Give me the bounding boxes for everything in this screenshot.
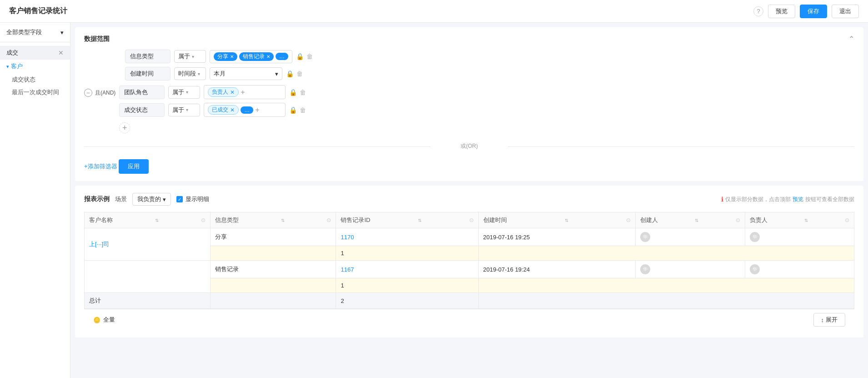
creator-avatar-2: 华 [640,264,650,274]
filter-field-1: 信息类型 [125,50,171,63]
chevron-down-icon: ▾ [186,107,188,112]
filter-field-2: 创建时间 [125,67,171,81]
remove-section-icon[interactable]: ✕ [58,49,64,56]
filter-op-1[interactable]: 属于 ▾ [174,50,206,63]
help-button[interactable]: ? [753,6,763,16]
filter-icon[interactable]: ⊙ [626,217,631,223]
delete-icon[interactable]: 🗑 [296,70,303,77]
section-title: 数据范围 [84,35,110,43]
sidebar-item-customer[interactable]: 客户 [0,60,70,73]
add-value-button[interactable]: + [241,88,245,96]
filter-icon[interactable]: ⊙ [326,217,331,223]
preview-button[interactable]: 预览 [768,5,795,18]
th-created-time: 创建时间 ⇅ ⊙ [478,212,636,228]
td-record-id-2: 1167 [336,261,478,278]
record-id-link-2[interactable]: 1167 [341,266,354,273]
td-record-id: 1170 [336,228,478,246]
expand-button[interactable]: ↕ 展开 [813,313,846,327]
tag-close-icon[interactable]: ✕ [230,54,234,59]
chevron-down-icon: ▾ [192,54,194,59]
or-divider: 或(OR) [84,138,854,155]
exit-button[interactable]: 退出 [832,5,859,18]
sidebar-section: 成交 ✕ 客户 成交状态 最后一次成交时间 [0,42,70,102]
minus-icon[interactable]: − [84,89,92,97]
customer-link[interactable]: 上[···]司 [89,241,109,247]
tag-more[interactable]: … [276,53,288,60]
lock-icon[interactable]: 🔒 [289,89,297,96]
report-header: 报表示例 场景 我负责的 ▾ 显示明细 ℹ 仅显示部分数据，点击顶部 预览 按钮… [84,193,854,206]
sort-icon[interactable]: ⇅ [281,218,285,223]
assignee-avatar: 华 [750,232,760,242]
td-subtotal-2: 1 [336,278,478,293]
sidebar-item-label: 客户 [11,62,23,71]
content-area: 数据范围 ⌃ 信息类型 属于 ▾ [70,23,868,378]
report-title: 报表示例 [84,195,110,203]
sort-icon[interactable]: ⇅ [418,218,421,223]
scene-select[interactable]: 我负责的 ▾ [132,193,171,206]
sidebar-item-last-deal-time[interactable]: 最后一次成交时间 [0,86,70,99]
th-info-type: 信息类型 ⇅ ⊙ [210,212,336,228]
tag-closed: 已成交 ✕ [208,105,239,115]
tag-sales-record: 销售记录 ✕ [239,52,274,61]
chevron-down-icon: ▾ [275,71,278,77]
td-created-time: 2019-07-16 19:25 [478,228,636,246]
tag-close-icon[interactable]: ✕ [266,54,270,59]
main-layout: 全部类型字段 ▾ 成交 ✕ 客户 成交状态 最后一次成交时间 数据范围 ⌃ [0,23,868,378]
filter-field-4: 成交状态 [119,103,165,117]
and-label: − 且(AND) [84,85,115,97]
assignee-avatar-2: 华 [750,264,760,274]
sort-icon[interactable]: ⇅ [155,218,159,223]
filter-op-2[interactable]: 时间段 ▾ [174,67,206,80]
sort-icon[interactable]: ⇅ [695,218,698,223]
add-filter-link[interactable]: +添加筛选器 [84,161,117,172]
tag-more-2[interactable]: … [241,106,253,114]
th-assignee: 负责人 ⇅ ⊙ [745,212,854,228]
scene-value: 我负责的 [137,195,161,203]
sort-icon[interactable]: ⇅ [565,218,568,223]
lock-icon[interactable]: 🔒 [289,106,297,114]
coin-icon: 🪙 [93,317,100,323]
record-id-link[interactable]: 1170 [341,234,354,241]
filter-value-1: 分享 ✕ 销售记录 ✕ … [210,50,292,63]
delete-icon[interactable]: 🗑 [306,53,313,60]
filter-value-3: 负责人 ✕ + [204,85,286,99]
lock-icon[interactable]: 🔒 [286,70,294,77]
tag-close-icon[interactable]: ✕ [230,107,235,113]
filter-op-4[interactable]: 属于 ▾ [168,104,200,116]
lock-icon[interactable]: 🔒 [296,53,304,60]
filter-icon[interactable]: ⊙ [736,217,740,223]
type-select[interactable]: 全部类型字段 ▾ [0,23,70,42]
sidebar-item-deal-status[interactable]: 成交状态 [0,73,70,86]
save-button[interactable]: 保存 [800,5,827,18]
filter-op-3[interactable]: 属于 ▾ [168,86,200,99]
show-detail-checkbox[interactable]: 显示明细 [176,195,209,203]
filter-value-2[interactable]: 本月 ▾ [210,67,282,80]
td-assignee: 华 [745,228,854,246]
tip-preview-link[interactable]: 预览 [793,196,803,203]
filter-icon[interactable]: ⊙ [469,217,474,223]
filter-group: 信息类型 属于 ▾ 分享 ✕ 销售记录 ✕ [84,50,854,81]
sort-icon[interactable]: ⇅ [804,218,808,223]
chevron-down-icon: ▾ [60,29,64,36]
td-customer-empty [85,261,211,293]
add-value-button-2[interactable]: + [255,106,259,114]
filter-row-4: 成交状态 属于 ▾ 已成交 ✕ … + [119,103,854,117]
page-title: 客户销售记录统计 [9,6,67,16]
filter-icon[interactable]: ⊙ [845,217,849,223]
tag-close-icon[interactable]: ✕ [230,89,235,96]
td-total-label: 总计 [85,293,211,309]
filter-group-and: − 且(AND) 团队角色 属于 ▾ [84,85,854,133]
chevron-down-icon: ▾ [198,71,200,76]
checkbox-icon [176,196,183,202]
add-condition-button[interactable]: + [119,122,130,133]
filter-rows: 信息类型 属于 ▾ 分享 ✕ 销售记录 ✕ [125,50,854,81]
filter-icon[interactable]: ⊙ [201,217,206,223]
apply-button[interactable]: 应用 [119,159,149,174]
delete-icon[interactable]: 🗑 [300,89,306,96]
collapse-icon[interactable]: ⌃ [848,35,854,43]
filter-field-3: 团队角色 [119,86,165,99]
table-header-row: 客户名称 ⇅ ⊙ 信息类型 ⇅ ⊙ [85,212,854,228]
section-title: 成交 [6,49,18,57]
td-subtotal-1: 1 [336,246,478,261]
delete-icon[interactable]: 🗑 [300,106,306,114]
